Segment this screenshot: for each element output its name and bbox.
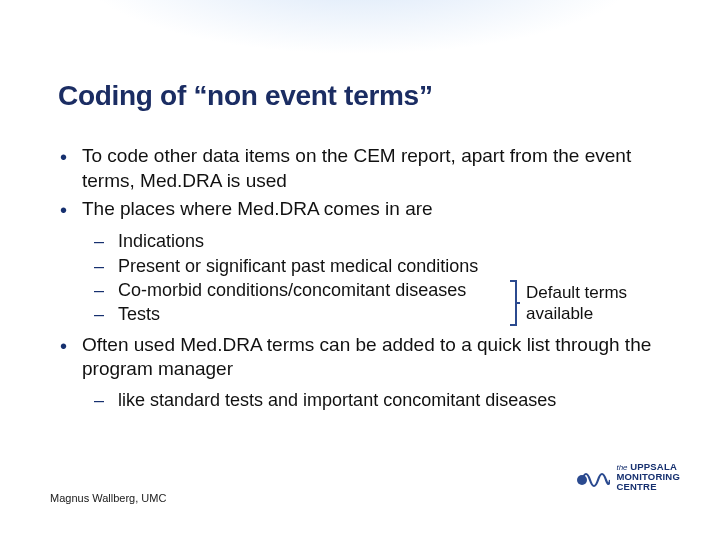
logo-line3: CENTRE <box>616 481 656 492</box>
bullet-text: To code other data items on the CEM repo… <box>82 144 660 193</box>
bullet-list: • To code other data items on the CEM re… <box>58 144 660 223</box>
logo-line1: UPPSALA <box>630 461 677 472</box>
list-item: • To code other data items on the CEM re… <box>58 144 660 193</box>
bracket-annotation: Default terms available <box>508 279 627 327</box>
bullet-dot-icon: • <box>58 333 82 382</box>
sub-list-group: – Indications – Present or significant p… <box>58 229 660 326</box>
dash-icon: – <box>94 302 118 326</box>
logo: the UPPSALA MONITORING CENTRE <box>576 462 680 492</box>
dash-icon: – <box>94 278 118 302</box>
bracket-text: Default terms available <box>526 282 627 325</box>
bullet-text: Often used Med.DRA terms can be added to… <box>82 333 660 382</box>
bracket-icon <box>508 279 520 327</box>
sub-bullet-text: Present or significant past medical cond… <box>118 254 660 278</box>
sub-bullet-text: Indications <box>118 229 660 253</box>
list-item: • The places where Med.DRA comes in are <box>58 197 660 223</box>
bracket-line2: available <box>526 303 627 324</box>
dash-icon: – <box>94 388 118 412</box>
bullet-dot-icon: • <box>58 144 82 193</box>
bullet-dot-icon: • <box>58 197 82 223</box>
list-item: – like standard tests and important conc… <box>94 388 660 412</box>
dash-icon: – <box>94 254 118 278</box>
list-item: – Indications <box>94 229 660 253</box>
top-gradient <box>0 0 720 70</box>
logo-text: the UPPSALA MONITORING CENTRE <box>616 462 680 492</box>
list-item: • Often used Med.DRA terms can be added … <box>58 333 660 382</box>
sub-bullet-list: – like standard tests and important conc… <box>94 388 660 412</box>
slide-content: Coding of “non event terms” • To code ot… <box>58 80 660 418</box>
bracket-line1: Default terms <box>526 282 627 303</box>
bullet-text: The places where Med.DRA comes in are <box>82 197 660 223</box>
sub-bullet-text: like standard tests and important concom… <box>118 388 660 412</box>
footer-author: Magnus Wallberg, UMC <box>50 492 166 504</box>
slide-title: Coding of “non event terms” <box>58 80 660 112</box>
logo-mark-icon <box>576 464 610 490</box>
bullet-list: • Often used Med.DRA terms can be added … <box>58 333 660 382</box>
list-item: – Present or significant past medical co… <box>94 254 660 278</box>
dash-icon: – <box>94 229 118 253</box>
